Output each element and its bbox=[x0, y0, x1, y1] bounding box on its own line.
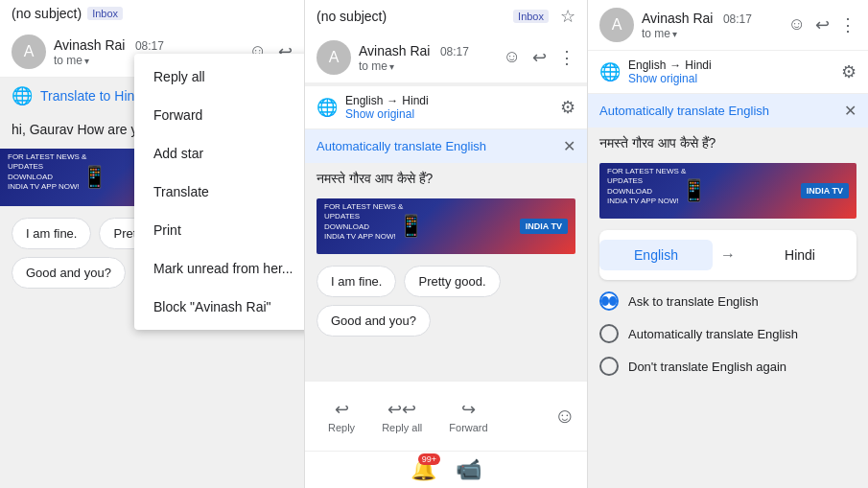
middle-banner-text: FOR LATEST NEWS & UPDATES DOWNLOAD INDIA… bbox=[324, 202, 403, 243]
right-banner-text: FOR LATEST NEWS & UPDATES DOWNLOAD INDIA… bbox=[607, 167, 686, 207]
middle-reply-icon[interactable]: ↩ bbox=[532, 47, 547, 68]
lang-arrow: → bbox=[713, 246, 743, 264]
middle-quick-reply-good[interactable]: Pretty good. bbox=[404, 266, 500, 297]
menu-block[interactable]: Block "Avinash Rai" bbox=[134, 288, 305, 326]
radio-dont-label: Don't translate English again bbox=[628, 360, 786, 374]
right-panel: A Avinash Rai 08:17 to me ▾ ☺ ↩ ⋮ 🌐 Engl… bbox=[588, 0, 868, 488]
star-icon[interactable]: ☆ bbox=[560, 6, 575, 27]
middle-emoji-button[interactable]: ☺ bbox=[554, 404, 575, 429]
translate-global-icon: 🌐 bbox=[317, 97, 338, 118]
middle-panel: (no subject) Inbox ☆ A Avinash Rai 08:17… bbox=[305, 0, 588, 488]
right-avatar: A bbox=[599, 8, 634, 42]
radio-options: Ask to translate English Automatically t… bbox=[588, 288, 868, 380]
reply-all-label: Reply all bbox=[382, 422, 422, 433]
close-auto-translate[interactable]: ✕ bbox=[563, 137, 575, 155]
middle-body-text: नमस्ते गौरव आप कैसे हैं? bbox=[317, 171, 433, 186]
middle-to-me[interactable]: to me ▾ bbox=[359, 59, 496, 73]
middle-more-icon[interactable]: ⋮ bbox=[558, 47, 575, 68]
middle-sender-info: Avinash Rai 08:17 to me ▾ bbox=[359, 42, 496, 73]
phone-icon: 📱 bbox=[82, 165, 107, 190]
lang-english-btn[interactable]: English bbox=[599, 240, 713, 270]
right-header-icons: ☺ ↩ ⋮ bbox=[788, 14, 856, 35]
radio-auto-translate[interactable]: Automatically translate English bbox=[599, 324, 856, 343]
body-text: hi, Gaurav How are you bbox=[12, 122, 152, 137]
right-translate-to: Hindi bbox=[685, 58, 711, 72]
middle-subject-title: (no subject) bbox=[317, 9, 507, 24]
reply-arrow-icon: ↩ bbox=[335, 399, 349, 420]
menu-translate[interactable]: Translate bbox=[134, 173, 305, 211]
forward-button[interactable]: ↪ Forward bbox=[437, 393, 499, 439]
middle-emoji-icon[interactable]: ☺ bbox=[504, 47, 521, 68]
menu-forward[interactable]: Forward bbox=[134, 96, 305, 134]
radio-ask-label: Ask to translate English bbox=[628, 294, 759, 309]
radio-dont-icon bbox=[599, 357, 619, 376]
sender-time: 08:17 bbox=[135, 39, 164, 53]
right-translate-arrow: → bbox=[669, 58, 681, 72]
reply-all-icon: ↩↩ bbox=[387, 399, 416, 420]
right-auto-translate-bar: Automatically translate English ✕ bbox=[588, 94, 868, 128]
quick-reply-you[interactable]: Good and you? bbox=[12, 257, 126, 289]
avatar-middle: A bbox=[317, 40, 351, 75]
middle-sender-name: Avinash Rai bbox=[359, 43, 430, 58]
forward-icon: ↪ bbox=[461, 399, 476, 420]
middle-bottom-nav: 🔔 99+ 📹 bbox=[305, 451, 587, 488]
right-body: नमस्ते गौरव आप कैसे हैं? bbox=[588, 128, 868, 159]
menu-print[interactable]: Print bbox=[134, 211, 305, 249]
gear-icon[interactable]: ⚙ bbox=[560, 97, 575, 118]
middle-subject-row: (no subject) Inbox ☆ bbox=[305, 0, 587, 33]
left-panel: (no subject) Inbox A Avinash Rai 08:17 t… bbox=[0, 0, 305, 488]
radio-dont-translate[interactable]: Don't translate English again bbox=[599, 357, 856, 376]
middle-action-bar: ↩ Reply ↩↩ Reply all ↪ Forward ☺ bbox=[305, 381, 587, 451]
right-india-tv-logo: INDIA TV bbox=[801, 183, 849, 198]
right-translate-from: English bbox=[628, 58, 666, 72]
right-translate-icon: 🌐 bbox=[599, 61, 621, 82]
left-subject-title: (no subject) bbox=[12, 6, 82, 21]
middle-quick-reply-fine[interactable]: I am fine. bbox=[317, 266, 396, 297]
translate-to-label: Hindi bbox=[402, 94, 428, 107]
left-inbox-badge: Inbox bbox=[87, 7, 123, 20]
lang-switcher: English → Hindi bbox=[599, 230, 856, 280]
middle-phone-icon: 📱 bbox=[398, 214, 424, 239]
notification-icon-wrap: 🔔 99+ bbox=[411, 457, 436, 482]
middle-quick-reply-you[interactable]: Good and you? bbox=[317, 305, 431, 337]
middle-body: नमस्ते गौरव आप कैसे हैं? bbox=[305, 163, 587, 195]
translate-from-label: English bbox=[345, 94, 383, 107]
middle-email-header: A Avinash Rai 08:17 to me ▾ ☺ ↩ ⋮ bbox=[305, 33, 587, 82]
banner-text: FOR LATEST NEWS & UPDATES DOWNLOAD INDIA… bbox=[8, 152, 86, 193]
right-auto-translate-text: Automatically translate English bbox=[599, 104, 769, 118]
context-menu: Reply all Forward Add star Translate Pri… bbox=[134, 54, 305, 330]
radio-auto-label: Automatically translate English bbox=[628, 327, 798, 341]
right-body-text: नमस्ते गौरव आप कैसे हैं? bbox=[599, 135, 716, 151]
right-close-btn[interactable]: ✕ bbox=[844, 102, 856, 120]
right-gear-icon[interactable]: ⚙ bbox=[841, 61, 856, 82]
radio-ask-icon bbox=[599, 291, 619, 311]
radio-ask-translate[interactable]: Ask to translate English bbox=[599, 291, 856, 311]
right-show-original[interactable]: Show original bbox=[628, 72, 712, 85]
show-original-link[interactable]: Show original bbox=[345, 107, 429, 121]
menu-reply-all[interactable]: Reply all bbox=[134, 58, 305, 96]
translate-icon: 🌐 bbox=[12, 85, 33, 106]
lang-hindi-btn[interactable]: Hindi bbox=[743, 240, 856, 270]
right-to-me[interactable]: to me ▾ bbox=[642, 27, 781, 40]
reply-button[interactable]: ↩ Reply bbox=[317, 393, 366, 439]
video-icon[interactable]: 📹 bbox=[456, 457, 481, 482]
middle-header-icons: ☺ ↩ ⋮ bbox=[504, 47, 575, 68]
reply-all-button[interactable]: ↩↩ Reply all bbox=[370, 393, 434, 439]
auto-translate-text: Automatically translate English bbox=[317, 139, 486, 153]
right-more-icon[interactable]: ⋮ bbox=[839, 14, 856, 35]
right-image-banner: FOR LATEST NEWS & UPDATES DOWNLOAD INDIA… bbox=[599, 163, 856, 219]
quick-reply-fine[interactable]: I am fine. bbox=[12, 218, 91, 249]
right-reply-icon[interactable]: ↩ bbox=[815, 14, 830, 35]
menu-add-star[interactable]: Add star bbox=[134, 134, 305, 173]
avatar: A bbox=[12, 35, 46, 69]
reply-label: Reply bbox=[328, 422, 355, 433]
right-phone-icon: 📱 bbox=[681, 178, 707, 203]
menu-mark-unread[interactable]: Mark unread from her... bbox=[134, 249, 305, 288]
right-emoji-icon[interactable]: ☺ bbox=[788, 14, 806, 35]
right-sender-info: Avinash Rai 08:17 to me ▾ bbox=[642, 10, 781, 40]
right-email-header: A Avinash Rai 08:17 to me ▾ ☺ ↩ ⋮ bbox=[588, 0, 868, 51]
radio-auto-icon bbox=[599, 324, 619, 343]
right-translate-bar: 🌐 English → Hindi Show original ⚙ bbox=[588, 51, 868, 94]
notification-badge: 99+ bbox=[418, 453, 440, 465]
middle-sender-time: 08:17 bbox=[440, 45, 469, 58]
